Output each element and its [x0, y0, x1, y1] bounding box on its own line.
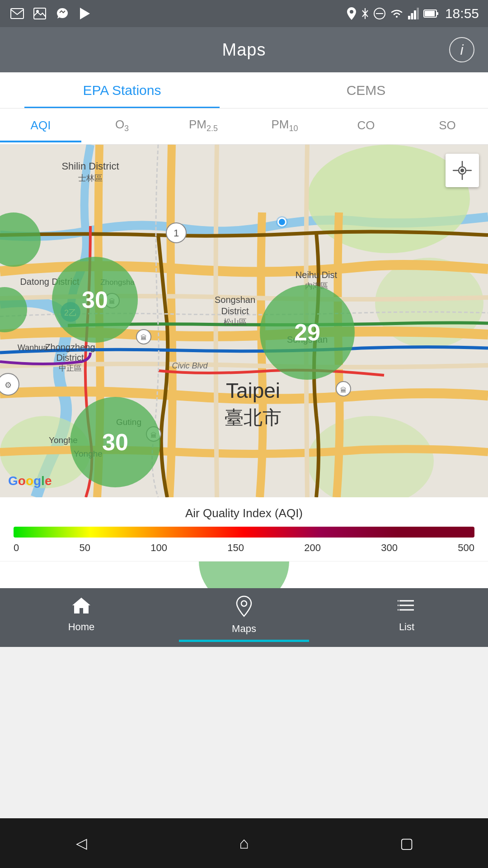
status-icons-right: 18:55: [347, 6, 479, 21]
tab-pm25[interactable]: PM2.5: [163, 108, 244, 142]
svg-point-59: [460, 169, 464, 172]
bottom-nav: Home Maps List: [0, 588, 488, 647]
svg-text:Neihu Dist: Neihu Dist: [296, 270, 338, 280]
pollutant-tabs: AQI O3 PM2.5 PM10 CO SO: [0, 108, 488, 145]
android-nav-bar: ◁ ⌂ ▢: [0, 818, 488, 868]
svg-text:Shilin District: Shilin District: [61, 160, 119, 172]
partial-station-circle: [199, 561, 289, 588]
aqi-station-songshan[interactable]: 29: [260, 285, 355, 380]
status-icons-left: [9, 5, 93, 22]
home-label: Home: [68, 621, 95, 633]
legend-area: Air Quality Index (AQI) 0 50 100 150 200…: [0, 497, 488, 561]
app-title: Maps: [222, 40, 266, 60]
tab-cems[interactable]: CEMS: [244, 72, 488, 108]
tab-so2[interactable]: SO: [407, 108, 488, 142]
svg-text:Zhongzheng: Zhongzheng: [45, 342, 95, 352]
mail-icon: [9, 5, 25, 22]
legend-bottom-strip: [0, 561, 488, 588]
map-container[interactable]: 1 2乙 🏛 🏛 🏛 🏛 ⚙ Shilin District 士林區 Daton…: [0, 145, 488, 497]
svg-rect-13: [425, 11, 435, 16]
nav-home[interactable]: Home: [0, 595, 163, 633]
aqi-station-datong[interactable]: 30: [52, 257, 138, 343]
svg-text:⚙: ⚙: [5, 381, 12, 390]
svg-text:臺北市: 臺北市: [225, 407, 282, 428]
tab-epa-stations[interactable]: EPA Stations: [0, 72, 244, 108]
svg-rect-0: [11, 9, 23, 19]
home-button[interactable]: ⌂: [230, 830, 258, 857]
svg-rect-10: [414, 10, 416, 19]
svg-rect-8: [408, 16, 410, 19]
svg-point-5: [350, 10, 353, 14]
list-label: List: [399, 621, 414, 633]
image-icon: [32, 5, 48, 22]
svg-text:Civic Blvd: Civic Blvd: [172, 361, 208, 370]
svg-text:松山區: 松山區: [224, 318, 247, 326]
google-logo: G o o g l e: [8, 474, 52, 488]
app-header: Maps i: [0, 27, 488, 72]
svg-text:District: District: [56, 353, 84, 363]
location-icon: [453, 161, 472, 180]
svg-rect-9: [411, 13, 413, 19]
info-button[interactable]: i: [449, 37, 474, 62]
nav-maps[interactable]: Maps: [163, 595, 325, 635]
list-icon: [397, 595, 417, 618]
main-tabs: EPA Stations CEMS: [0, 72, 488, 108]
home-icon: [71, 595, 92, 618]
svg-marker-4: [80, 8, 90, 19]
legend-labels: 0 50 100 150 200 300 500: [14, 542, 474, 554]
svg-rect-14: [436, 12, 438, 15]
location-button[interactable]: [446, 154, 479, 187]
nav-list[interactable]: List: [325, 595, 488, 633]
tab-co[interactable]: CO: [325, 108, 407, 142]
nav-active-indicator: [179, 640, 309, 642]
svg-text:District: District: [221, 306, 249, 316]
svg-rect-11: [417, 8, 419, 19]
playstore-icon: [77, 5, 93, 22]
svg-text:士林區: 士林區: [78, 174, 103, 183]
recents-button[interactable]: ▢: [393, 830, 420, 857]
svg-text:Taipei: Taipei: [226, 379, 280, 402]
svg-text:🏛: 🏛: [340, 387, 347, 394]
back-button[interactable]: ◁: [68, 830, 95, 857]
svg-text:🏛: 🏛: [141, 334, 147, 341]
legend-color-bar: [14, 527, 474, 538]
tab-o3[interactable]: O3: [81, 108, 163, 142]
messenger-icon: [54, 5, 70, 22]
user-location-dot: [277, 217, 286, 226]
svg-text:1: 1: [174, 227, 179, 239]
aqi-station-guting[interactable]: 30: [70, 397, 160, 487]
maps-label: Maps: [232, 623, 256, 635]
svg-point-60: [241, 601, 247, 606]
status-bar: 18:55: [0, 0, 488, 27]
map-icon: [234, 595, 254, 620]
tab-pm10[interactable]: PM10: [244, 108, 325, 142]
time-display: 18:55: [445, 6, 479, 21]
tab-aqi[interactable]: AQI: [0, 108, 81, 142]
svg-text:Songshan: Songshan: [215, 295, 255, 305]
legend-title: Air Quality Index (AQI): [14, 506, 474, 520]
svg-text:Wanhua: Wanhua: [18, 343, 48, 352]
svg-text:中正區: 中正區: [59, 364, 82, 373]
